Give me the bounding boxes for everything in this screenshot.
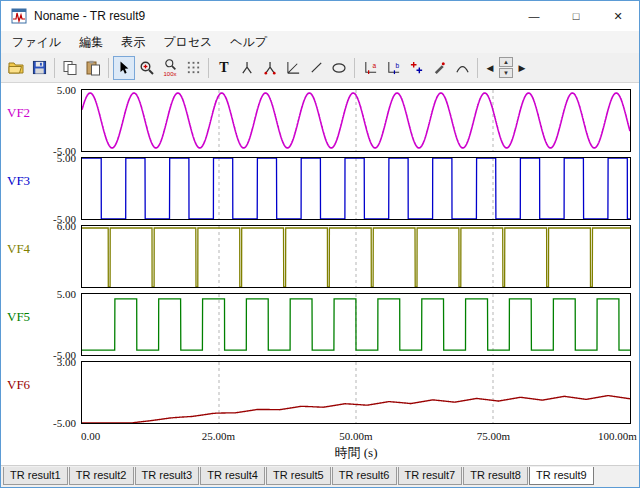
svg-text:a: a	[372, 62, 376, 69]
curve-spinner: ▲ ▼	[499, 57, 513, 78]
tab-tr-result6[interactable]: TR result6	[332, 467, 397, 485]
menu-help[interactable]: ヘルプ	[221, 31, 276, 54]
app-icon	[11, 8, 27, 24]
paste-button[interactable]	[82, 56, 104, 80]
slope-icon	[286, 60, 301, 75]
waveform-plot-vf5[interactable]	[81, 293, 631, 356]
cursor-tool-button[interactable]	[113, 56, 135, 80]
copy-button[interactable]	[59, 56, 81, 80]
x-tick-label: 0.00	[81, 430, 100, 442]
next-curve-button[interactable]: ▶	[514, 57, 530, 79]
tab-tr-result2[interactable]: TR result2	[69, 467, 134, 485]
menu-bar: ファイル 編集 表示 プロセス ヘルプ	[1, 31, 639, 53]
slope-tool-button[interactable]	[282, 56, 304, 80]
channel-label-vf6: VF6	[7, 377, 30, 393]
cursor-a-axis-button[interactable]: a	[359, 56, 381, 80]
toolbar-separator	[354, 58, 355, 78]
x-tick-label: 25.00m	[202, 430, 235, 442]
open-button[interactable]	[5, 56, 27, 80]
menu-view[interactable]: 表示	[112, 31, 154, 54]
result-tabs-bar: TR result1 TR result2 TR result3 TR resu…	[1, 465, 639, 487]
tab-tr-result8[interactable]: TR result8	[463, 467, 528, 485]
minimize-button[interactable]: —	[513, 1, 555, 31]
tab-tr-result9[interactable]: TR result9	[529, 467, 594, 485]
waveform-plot-vf6[interactable]	[81, 361, 631, 424]
close-button[interactable]: ✕	[597, 1, 639, 31]
tab-tr-result1[interactable]: TR result1	[3, 467, 68, 485]
panel-vf3: 5.00 VF3 -5.00	[1, 157, 631, 220]
y-min-label: -5.00	[53, 417, 76, 429]
grid-button[interactable]	[182, 56, 204, 80]
save-button[interactable]	[28, 56, 50, 80]
pen-tool-button[interactable]	[428, 56, 450, 80]
panel-vf4: 6.00 VF4	[1, 225, 631, 288]
ellipse-tool-button[interactable]	[328, 56, 350, 80]
probe-a-tool-button[interactable]	[236, 56, 258, 80]
channel-label-vf4: VF4	[7, 241, 30, 257]
plus-cursors-icon	[409, 60, 424, 75]
toolbar-separator	[477, 58, 478, 78]
plot-area: 5.00 VF2 -5.00 5.00 VF3 -5.00 6.00 VF4	[1, 83, 639, 465]
app-window: Noname - TR result9 — □ ✕ ファイル 編集 表示 プロセ…	[0, 0, 640, 488]
text-tool-button[interactable]: T	[213, 56, 235, 80]
toolbar: 100x T	[1, 53, 639, 83]
curve-tool-button[interactable]	[451, 56, 473, 80]
channel-label-vf3: VF3	[7, 173, 30, 189]
y-max-label: 5.00	[57, 152, 76, 164]
tab-tr-result5[interactable]: TR result5	[266, 467, 331, 485]
x-tick-label: 100.00m	[598, 430, 637, 442]
svg-text:b: b	[395, 62, 399, 69]
waveform-plot-vf4[interactable]	[81, 225, 631, 288]
tab-tr-result7[interactable]: TR result7	[398, 467, 463, 485]
menu-edit[interactable]: 編集	[70, 31, 112, 54]
cursor-b-axis-button[interactable]: b	[382, 56, 404, 80]
axis-b-icon: b	[386, 60, 401, 75]
maximize-button[interactable]: □	[555, 1, 597, 31]
y-max-label: 6.00	[57, 220, 76, 232]
paste-icon	[85, 60, 101, 76]
line-icon	[309, 60, 324, 75]
zoom-100-button[interactable]: 100x	[159, 56, 181, 80]
waveform-plot-vf3[interactable]	[81, 157, 631, 220]
open-folder-icon	[8, 60, 24, 76]
zoom-in-button[interactable]	[136, 56, 158, 80]
waveform-plot-vf2[interactable]	[81, 89, 631, 152]
title-bar: Noname - TR result9 — □ ✕	[1, 1, 639, 31]
x-axis-title: 時間 (s)	[81, 444, 631, 462]
y-max-label: 5.00	[57, 288, 76, 300]
line-tool-button[interactable]	[305, 56, 327, 80]
y-max-label: 5.00	[57, 84, 76, 96]
toolbar-separator	[208, 58, 209, 78]
spin-up-button[interactable]: ▲	[499, 57, 513, 67]
menu-file[interactable]: ファイル	[3, 31, 70, 54]
axis-a-icon: a	[363, 60, 378, 75]
x-axis: 0.00 25.00m 50.00m 75.00m 100.00m	[1, 429, 631, 444]
prev-curve-button[interactable]: ◀	[482, 57, 498, 79]
y-max-label: 3.00	[57, 356, 76, 368]
zoom-100-icon	[164, 58, 177, 71]
copy-icon	[62, 60, 78, 76]
x-tick-label: 50.00m	[339, 430, 372, 442]
tab-tr-result4[interactable]: TR result4	[200, 467, 265, 485]
calipers-icon	[240, 60, 255, 75]
cursor-arrow-icon	[117, 60, 131, 75]
channel-label-vf5: VF5	[7, 309, 30, 325]
panel-vf5: 5.00 VF5 -5.00	[1, 293, 631, 356]
menu-process[interactable]: プロセス	[154, 31, 221, 54]
tab-tr-result3[interactable]: TR result3	[135, 467, 200, 485]
toolbar-separator	[108, 58, 109, 78]
grid-icon	[186, 60, 201, 75]
add-cursor-button[interactable]	[405, 56, 427, 80]
x-tick-label: 75.00m	[477, 430, 510, 442]
window-title: Noname - TR result9	[34, 9, 145, 23]
channel-label-vf2: VF2	[7, 105, 30, 121]
pen-icon	[432, 60, 447, 75]
spin-down-button[interactable]: ▼	[499, 68, 513, 78]
toolbar-separator	[54, 58, 55, 78]
text-tool-icon: T	[219, 61, 228, 75]
calipers-red-icon	[263, 60, 278, 75]
probe-b-tool-button[interactable]	[259, 56, 281, 80]
floppy-icon	[32, 60, 47, 75]
ellipse-icon	[331, 60, 347, 76]
zoom-100-label: 100x	[163, 71, 176, 77]
